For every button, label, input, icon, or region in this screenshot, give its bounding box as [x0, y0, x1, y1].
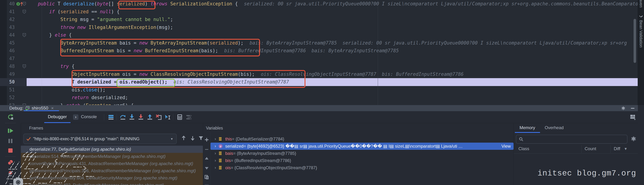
code-line-46[interactable]: 46 BufferedInputStream bis = new Buffere…: [0, 47, 638, 55]
memory-search-input[interactable]: [525, 137, 627, 142]
step-out-icon[interactable]: [146, 114, 153, 121]
expand-chevron-icon[interactable]: ›: [213, 137, 218, 141]
expand-chevron-icon[interactable]: ›: [213, 166, 218, 170]
toolbar-separator: [173, 114, 173, 120]
threads-view-icon[interactable]: [108, 114, 114, 121]
field-icon: [218, 151, 224, 156]
code-text[interactable]: try {: [26, 62, 638, 70]
frame-down-icon[interactable]: [190, 135, 196, 141]
trace-settings-icon[interactable]: [186, 114, 192, 121]
gutter: 48: [0, 62, 26, 70]
mute-breakpoints-icon[interactable]: [7, 170, 14, 177]
code-line-53[interactable]: 53 } catch (Exception var6) {: [0, 102, 638, 106]
bean-validation-tool-button[interactable]: Bean Validation: [638, 20, 643, 48]
move-down-icon[interactable]: [204, 166, 209, 171]
evaluate-expression-icon[interactable]: [176, 114, 183, 121]
code-line-51[interactable]: 51 ois.close();: [0, 86, 638, 94]
step-into-icon[interactable]: [128, 114, 135, 121]
variable-row-bis[interactable]: ›bis = {BufferedInputStream@7786}: [210, 157, 514, 164]
code-text[interactable]: ois.close();: [26, 86, 638, 94]
code-text[interactable]: ByteArrayInputStream bais = new ByteArra…: [26, 39, 638, 47]
code-text[interactable]: ObjectInputStream ois = new ClassResolvi…: [26, 70, 638, 78]
tab-overhead[interactable]: Overhead: [545, 123, 564, 133]
code-text[interactable]: } catch (Exception var6) {: [26, 102, 638, 106]
variable-row-bais[interactable]: ›bais = {ByteArrayInputStream@7785}: [210, 150, 514, 157]
code-text[interactable]: public T deserialize(byte[] serialized) …: [26, 0, 638, 8]
code-line-50[interactable]: 50 T deserialized = ois.readObject();ois…: [0, 78, 638, 86]
code-line-40[interactable]: 40I public T deserialize(byte[] serializ…: [0, 0, 638, 8]
code-line-52[interactable]: 52 return deserialized;: [0, 94, 638, 102]
rerun-icon[interactable]: [7, 113, 14, 121]
variable-row-serialized[interactable]: ›pserialized = {byte[4692]@6523} ��▤ sr▤…: [210, 143, 514, 150]
view-value-link[interactable]: View: [501, 144, 511, 149]
editor-scrollbar[interactable]: [634, 19, 636, 63]
copy-value-icon[interactable]: [204, 175, 209, 180]
frame-row[interactable]: resolvePrincipals:492, DefaultSecurityMa…: [21, 182, 203, 185]
memory-search-box[interactable]: [516, 135, 628, 144]
code-text[interactable]: if (serialized == null) {: [26, 8, 638, 16]
close-session-icon[interactable]: ×: [51, 106, 54, 111]
code-line-44[interactable]: 44 } else {: [0, 31, 638, 39]
column-count[interactable]: Count: [585, 146, 596, 151]
frame-row[interactable]: convertBytesToPrincipals:431, AbstractRe…: [21, 160, 203, 167]
variable-row-ois[interactable]: ›ois = {ClassResolvingObjectInputStream@…: [210, 164, 514, 171]
tab-memory[interactable]: Memory: [520, 123, 535, 133]
expand-chevron-icon[interactable]: ›: [213, 158, 218, 163]
run-to-cursor-icon[interactable]: [164, 114, 171, 121]
code-text[interactable]: String msg = "argument cannot be null.";: [26, 16, 638, 23]
code-editor[interactable]: 40I public T deserialize(byte[] serializ…: [0, 0, 644, 105]
remove-watch-icon[interactable]: [204, 147, 209, 152]
layout-settings-icon[interactable]: [630, 114, 636, 121]
code-line-47[interactable]: 47: [0, 55, 638, 63]
code-text[interactable]: return deserialized;: [26, 94, 638, 102]
frame-row[interactable]: getRememberedPrincipals:396, AbstractRem…: [21, 167, 203, 175]
new-watch-icon[interactable]: [204, 137, 209, 142]
expand-chevron-icon[interactable]: ›: [213, 151, 218, 156]
code-line-41[interactable]: 41 if (serialized == null) {: [0, 8, 638, 16]
gutter: 45: [0, 39, 26, 47]
memory-settings-gear-icon[interactable]: [630, 135, 637, 142]
fold-marker-icon[interactable]: [22, 64, 26, 69]
fold-marker-icon[interactable]: [22, 2, 26, 6]
view-breakpoints-icon[interactable]: [7, 159, 14, 166]
fold-marker-icon[interactable]: [22, 33, 26, 37]
code-line-49[interactable]: 49 ObjectInputStream ois = new ClassReso…: [0, 70, 638, 78]
tab-debugger[interactable]: Debugger: [48, 111, 67, 123]
code-text[interactable]: T deserialized = ois.readObject();ois: C…: [26, 78, 638, 86]
stop-icon[interactable]: [7, 147, 14, 154]
drop-frame-icon[interactable]: [156, 114, 162, 121]
frame-row[interactable]: deserialize:514, AbstractRememberMeManag…: [21, 153, 203, 160]
column-separator[interactable]: [610, 145, 611, 153]
pause-icon[interactable]: [7, 137, 14, 145]
resume-icon[interactable]: [7, 127, 14, 134]
code-text[interactable]: } else {: [26, 31, 638, 39]
variable-row-this[interactable]: ›this = {DefaultSerializer@7784}: [210, 135, 514, 143]
code-text[interactable]: BufferedInputStream bis = new BufferedIn…: [26, 47, 638, 55]
frame-list: deserialize:77, DefaultSerializer (org.a…: [21, 146, 203, 185]
frame-row[interactable]: getRememberedIdentity:604, DefaultSecuri…: [21, 175, 203, 182]
minimize-icon[interactable]: [630, 106, 635, 111]
frame-row[interactable]: deserialize:77, DefaultSerializer (org.a…: [21, 146, 203, 153]
code-text[interactable]: [26, 55, 638, 63]
frame-up-icon[interactable]: [180, 135, 187, 141]
code-line-45[interactable]: 45 ByteArrayInputStream bais = new ByteA…: [0, 39, 638, 47]
watches-toggle-icon[interactable]: [204, 184, 209, 185]
step-over-icon[interactable]: [120, 114, 126, 121]
filter-frames-icon[interactable]: [198, 135, 203, 141]
force-step-into-icon[interactable]: [138, 114, 144, 121]
expand-chevron-icon[interactable]: ›: [213, 144, 218, 149]
tab-console[interactable]: Console: [81, 111, 97, 123]
column-diff[interactable]: Diff: [614, 146, 620, 151]
code-line-43[interactable]: 43 throw new IllegalArgumentException(ms…: [0, 23, 638, 31]
settings-gear-icon[interactable]: [620, 106, 626, 111]
column-class[interactable]: Class: [518, 146, 529, 151]
move-up-icon[interactable]: [204, 156, 209, 161]
code-text[interactable]: throw new IllegalArgumentException(msg);: [26, 23, 638, 31]
variable-name: serialized: [225, 144, 244, 149]
line-number: 47: [0, 55, 15, 63]
fold-marker-icon[interactable]: [22, 10, 26, 14]
thread-selector[interactable]: "http-nio-8080-exec-3"@6,514 in group "m…: [24, 134, 177, 144]
maven-tool-button[interactable]: aven: [638, 0, 643, 7]
code-line-48[interactable]: 48 try {: [0, 62, 638, 70]
code-line-42[interactable]: 42 String msg = "argument cannot be null…: [0, 16, 638, 23]
